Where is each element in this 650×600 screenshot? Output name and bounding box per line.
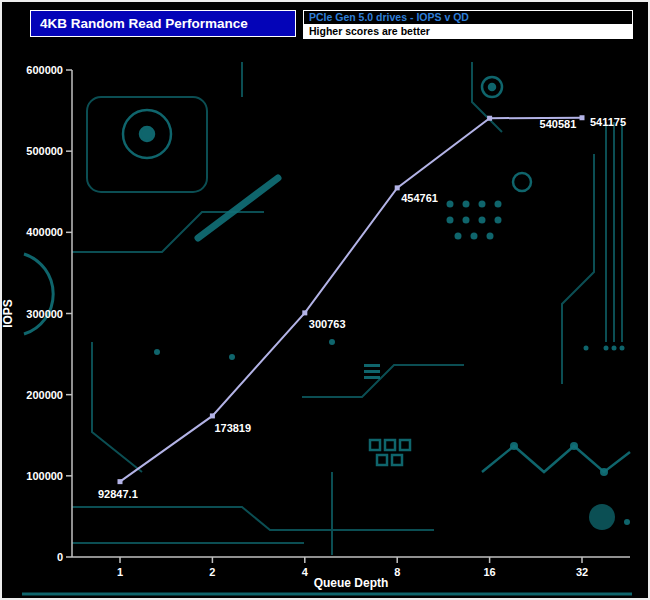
x-tick-label: 1 [117, 566, 123, 578]
y-tick-label: 100000 [26, 470, 63, 482]
y-tick-label: 0 [57, 551, 63, 563]
chart-subtitle-box: PCIe Gen 5.0 drives - IOPS v QD Higher s… [303, 10, 633, 39]
data-point [580, 115, 585, 120]
line-chart: 0100000200000300000400000500000600000124… [2, 2, 650, 600]
y-tick-label: 300000 [26, 308, 63, 320]
x-tick-label: 4 [302, 566, 309, 578]
y-tick-label: 200000 [26, 389, 63, 401]
x-tick-label: 2 [209, 566, 215, 578]
chart-subtitle-line1: PCIe Gen 5.0 drives - IOPS v QD [304, 11, 632, 25]
x-tick-label: 8 [394, 566, 400, 578]
y-tick-label: 600000 [26, 64, 63, 76]
chart-header: 4KB Random Read Performance PCIe Gen 5.0… [2, 2, 648, 44]
data-point-label: 300763 [309, 318, 346, 330]
data-point [118, 479, 123, 484]
x-tick-label: 32 [576, 566, 588, 578]
y-tick-label: 400000 [26, 226, 63, 238]
data-point-label: 92847.1 [98, 488, 138, 500]
data-point [302, 310, 307, 315]
x-axis-title: Queue Depth [314, 576, 389, 590]
y-axis-title: IOPS [2, 299, 15, 328]
data-point [210, 413, 215, 418]
data-point-label: 454761 [401, 192, 438, 204]
x-tick-label: 16 [483, 566, 495, 578]
data-point [395, 185, 400, 190]
chart-title: 4KB Random Read Performance [30, 10, 296, 37]
data-point-label: 541175 [590, 116, 626, 128]
y-tick-label: 500000 [26, 145, 63, 157]
chart-subtitle-line2: Higher scores are better [304, 25, 632, 38]
data-point-label: 540581 [540, 118, 577, 130]
chart-frame: 0100000200000300000400000500000600000124… [0, 0, 650, 600]
data-point-label: 173819 [214, 422, 251, 434]
data-line [120, 118, 582, 482]
data-point [487, 116, 492, 121]
